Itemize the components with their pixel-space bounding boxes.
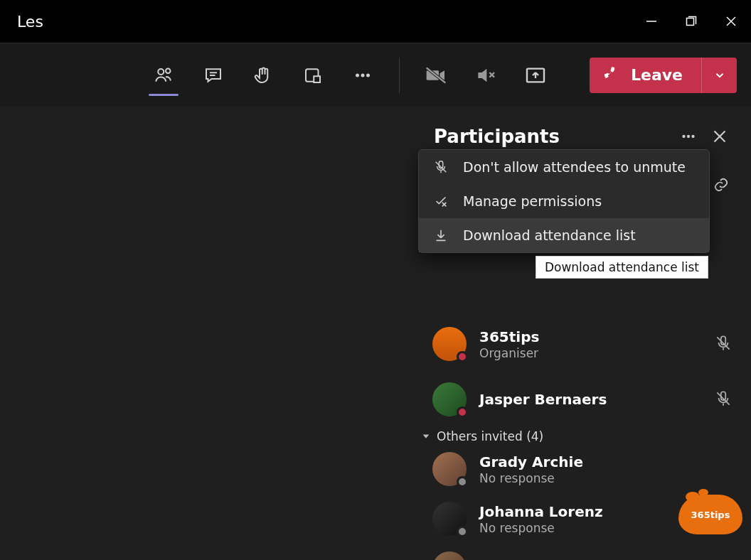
participant-row[interactable]: Grady Archie No response bbox=[415, 448, 751, 490]
chat-icon bbox=[203, 65, 224, 86]
panel-more-button[interactable] bbox=[673, 121, 704, 152]
presence-busy-icon bbox=[457, 406, 468, 418]
leave-button[interactable]: Leave bbox=[590, 58, 701, 93]
svg-rect-1 bbox=[687, 18, 694, 26]
camera-off-icon bbox=[425, 64, 447, 87]
close-icon bbox=[725, 16, 737, 27]
close-button[interactable] bbox=[711, 0, 751, 43]
link-icon bbox=[713, 176, 730, 193]
mic-button[interactable] bbox=[461, 50, 511, 100]
leave-dropdown-button[interactable] bbox=[701, 58, 737, 93]
section-label: Others invited (4) bbox=[437, 429, 543, 443]
chat-button[interactable] bbox=[188, 50, 238, 100]
share-screen-icon bbox=[524, 64, 547, 87]
tooltip: Download attendance list bbox=[536, 256, 708, 279]
menu-item-download-attendance[interactable]: Download attendance list bbox=[419, 218, 709, 252]
svg-point-11 bbox=[366, 73, 370, 77]
close-icon bbox=[713, 129, 727, 144]
participant-info: 365tips Organiser bbox=[479, 328, 701, 360]
speaker-off-icon bbox=[474, 64, 497, 87]
presence-offline-icon bbox=[457, 476, 468, 488]
panel-close-button[interactable] bbox=[704, 121, 735, 152]
titlebar: Les bbox=[0, 0, 751, 43]
menu-item-label: Don't allow attendees to unmute bbox=[463, 159, 686, 175]
raise-hand-button[interactable] bbox=[238, 50, 288, 100]
participants-options-menu: Don't allow attendees to unmute Manage p… bbox=[418, 149, 710, 253]
presence-offline-icon bbox=[457, 526, 468, 537]
chevron-down-icon bbox=[713, 69, 726, 82]
download-icon bbox=[433, 227, 449, 243]
participant-info: Jasper Bernaers bbox=[479, 391, 701, 408]
watermark-text: 365tips bbox=[691, 510, 730, 520]
main-area: Participants Don't allow attendees to un… bbox=[0, 107, 751, 560]
avatar bbox=[432, 502, 467, 536]
hangup-icon bbox=[602, 66, 621, 85]
rooms-button[interactable] bbox=[288, 50, 338, 100]
participant-row[interactable]: Jasper Bernaers bbox=[415, 378, 751, 421]
hand-icon bbox=[252, 65, 274, 86]
svg-point-5 bbox=[166, 68, 171, 73]
presence-busy-icon bbox=[457, 351, 468, 362]
menu-item-manage-permissions[interactable]: Manage permissions bbox=[419, 184, 709, 218]
participant-name: Grady Archie bbox=[479, 453, 734, 470]
ellipsis-icon bbox=[679, 127, 698, 146]
avatar bbox=[432, 452, 467, 486]
svg-point-19 bbox=[691, 135, 694, 138]
mic-off-icon bbox=[714, 389, 733, 408]
participant-mic-button[interactable] bbox=[714, 334, 734, 354]
video-stage bbox=[0, 107, 415, 560]
people-icon bbox=[153, 65, 174, 86]
avatar bbox=[432, 382, 467, 416]
section-header-others-invited[interactable]: Others invited (4) bbox=[415, 421, 751, 448]
leave-label: Leave bbox=[631, 66, 683, 84]
camera-button[interactable] bbox=[411, 50, 461, 100]
window-title: Les bbox=[17, 13, 43, 31]
ellipsis-icon bbox=[352, 65, 373, 86]
window-controls bbox=[632, 0, 751, 43]
participant-mic-button[interactable] bbox=[714, 389, 734, 409]
participant-name: Jasper Bernaers bbox=[479, 391, 701, 408]
svg-point-18 bbox=[687, 135, 690, 138]
participant-status: No response bbox=[479, 471, 734, 485]
panel-title: Participants bbox=[434, 126, 560, 147]
participant-row[interactable]: 365tips Organiser bbox=[415, 323, 751, 365]
menu-item-label: Download attendance list bbox=[463, 227, 636, 243]
share-invite-button[interactable] bbox=[705, 169, 737, 200]
avatar bbox=[432, 327, 467, 361]
meeting-toolbar: Leave bbox=[0, 43, 751, 107]
participant-role: Organiser bbox=[479, 346, 701, 360]
participant-row[interactable]: Joni Sherman bbox=[415, 547, 751, 560]
avatar bbox=[432, 551, 467, 560]
menu-item-mute-attendees[interactable]: Don't allow attendees to unmute bbox=[419, 150, 709, 184]
svg-point-9 bbox=[356, 73, 359, 77]
menu-item-label: Manage permissions bbox=[463, 193, 602, 209]
watermark-logo: 365tips bbox=[678, 495, 742, 534]
toolbar-separator bbox=[399, 58, 400, 93]
maximize-button[interactable] bbox=[671, 0, 711, 43]
rooms-icon bbox=[302, 65, 324, 86]
permissions-icon bbox=[433, 193, 449, 209]
minimize-icon bbox=[646, 16, 657, 27]
mic-off-icon bbox=[714, 334, 733, 352]
participant-info: Grady Archie No response bbox=[479, 453, 734, 485]
minimize-button[interactable] bbox=[632, 0, 671, 43]
leave-group: Leave bbox=[590, 58, 737, 93]
share-button[interactable] bbox=[511, 50, 560, 100]
mic-off-icon bbox=[433, 159, 449, 175]
caret-down-icon bbox=[421, 431, 431, 441]
participants-button[interactable] bbox=[139, 50, 188, 100]
svg-point-4 bbox=[158, 69, 164, 75]
participant-name: 365tips bbox=[479, 328, 701, 345]
svg-point-10 bbox=[361, 73, 365, 77]
maximize-icon bbox=[686, 16, 697, 27]
svg-point-17 bbox=[682, 135, 685, 138]
more-actions-button[interactable] bbox=[338, 50, 388, 100]
